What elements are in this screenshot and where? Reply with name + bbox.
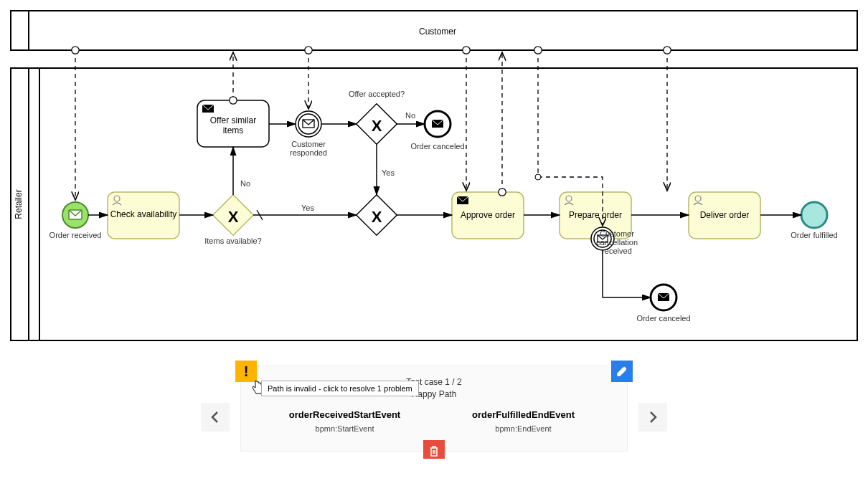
- end-event-order-canceled-1[interactable]: [425, 111, 450, 137]
- exclamation-icon: !: [244, 363, 249, 380]
- end-cancel2-label: Order canceled: [636, 314, 690, 323]
- task-approve-order[interactable]: Approve order: [452, 192, 524, 239]
- gateway-items-label: Items available?: [204, 237, 262, 245]
- start-event-order-received[interactable]: [62, 202, 88, 228]
- pencil-icon: [616, 366, 628, 377]
- start-event-type: bpmn:StartEvent: [255, 424, 434, 433]
- end-cancel1-label: Order canceled: [410, 142, 464, 151]
- svg-text:Approve order: Approve order: [461, 210, 515, 220]
- gateway-merge[interactable]: X: [357, 195, 397, 236]
- chevron-left-icon: [211, 411, 220, 423]
- test-case-panel: ! Path is invalid - click to resolve 1 p…: [201, 366, 667, 452]
- svg-point-43: [535, 174, 541, 180]
- end-fulfilled-label: Order fulfilled: [791, 231, 837, 239]
- warning-button[interactable]: !: [235, 361, 257, 382]
- edge-label-offer-yes: Yes: [382, 168, 395, 177]
- end-event-col: orderFulfilledEndEvent bpmn:EndEvent: [434, 409, 613, 433]
- task-check-availability[interactable]: Check availability: [108, 192, 179, 239]
- svg-text:Check availability: Check availability: [110, 209, 177, 219]
- pool-retailer-label: Retailer: [14, 189, 24, 219]
- task-offer-similar-items[interactable]: Offer similaritems: [197, 100, 269, 147]
- svg-text:Customerresponded: Customerresponded: [290, 140, 327, 157]
- svg-text:Deliver order: Deliver order: [700, 210, 750, 220]
- end-event-order-canceled-2[interactable]: [651, 285, 676, 310]
- pool-customer-label: Customer: [419, 27, 456, 37]
- svg-text:X: X: [372, 117, 382, 135]
- svg-rect-4: [29, 68, 39, 340]
- gateway-offer-accepted[interactable]: X: [357, 104, 397, 145]
- gateway-offer-label: Offer accepted?: [349, 90, 405, 98]
- edge-label-no: No: [240, 179, 250, 188]
- task-deliver-order[interactable]: Deliver order: [689, 192, 760, 239]
- start-event-col: orderReceivedStartEvent bpmn:StartEvent: [255, 409, 434, 433]
- delete-button[interactable]: [423, 440, 445, 459]
- flow-boundary-cancel[interactable]: [603, 250, 651, 297]
- warning-tooltip: Path is invalid - click to resolve 1 pro…: [261, 381, 419, 396]
- end-event-type: bpmn:EndEvent: [434, 424, 613, 433]
- chevron-right-icon: [648, 411, 657, 423]
- envelope-icon: [457, 196, 468, 204]
- envelope-icon: [202, 105, 214, 113]
- edge-label-yes: Yes: [301, 204, 314, 212]
- svg-text:X: X: [228, 208, 239, 226]
- svg-text:X: X: [372, 208, 382, 226]
- event-customer-responded[interactable]: [296, 111, 321, 137]
- start-event-label: Order received: [49, 231, 102, 239]
- bpmn-diagram: Customer Retailer Order received Check a…: [7, 7, 861, 344]
- gateway-items-available[interactable]: X: [213, 195, 254, 236]
- end-event-order-fulfilled[interactable]: [801, 202, 827, 228]
- edge-label-offer-no: No: [405, 111, 415, 120]
- svg-rect-1: [11, 11, 29, 50]
- trash-icon: [429, 445, 439, 457]
- prev-button[interactable]: [201, 403, 230, 431]
- end-event-name: orderFulfilledEndEvent: [434, 409, 613, 420]
- next-button[interactable]: [638, 403, 667, 431]
- svg-text:Prepare order: Prepare order: [569, 210, 622, 220]
- svg-point-40: [801, 202, 827, 228]
- edit-button[interactable]: [611, 361, 633, 382]
- start-event-name: orderReceivedStartEvent: [255, 409, 434, 420]
